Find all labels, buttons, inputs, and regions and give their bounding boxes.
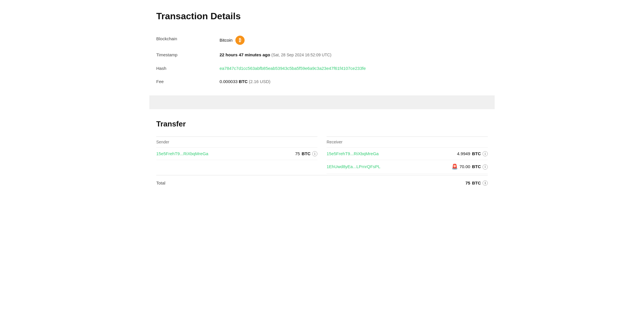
- receiver1-amount-number: 4.9949: [457, 151, 470, 157]
- total-row: Total 75 BTC ℹ: [156, 176, 488, 190]
- receiver1-address-link[interactable]: 15e5FrehT9...RiXbqMreGa: [327, 151, 379, 157]
- receiver-column: Receiver 15e5FrehT9...RiXbqMreGa 4.9949 …: [327, 137, 488, 174]
- timestamp-relative: 22 hours 47 minutes ago: [220, 52, 270, 57]
- receiver2-amount: 🚨 70.00 BTC ℹ: [451, 163, 488, 171]
- bitcoin-icon: ₿: [235, 36, 245, 45]
- page-title: Transaction Details: [156, 9, 488, 23]
- sender-row: 15e5FrehT9...RiXbqMreGa 75 BTC ℹ: [156, 148, 317, 160]
- timestamp-value: 22 hours 47 minutes ago (Sat, 28 Sep 202…: [220, 52, 488, 58]
- receiver2-amount-unit: BTC: [472, 164, 481, 170]
- receiver2-info-icon[interactable]: ℹ: [483, 164, 488, 170]
- hash-link[interactable]: ea7847c7d1cc563abfb85eab53943c5ba5f59e6a…: [220, 66, 366, 71]
- sender-address-link[interactable]: 15e5FrehT9...RiXbqMreGa: [156, 151, 208, 157]
- total-label: Total: [156, 180, 165, 187]
- alert-icon: 🚨: [451, 163, 458, 171]
- receiver-header: Receiver: [327, 137, 488, 148]
- total-amount-number: 75: [465, 180, 470, 187]
- fee-value: 0.000033 BTC (2.16 USD): [220, 78, 488, 85]
- timestamp-label: Timestamp: [156, 52, 220, 58]
- receiver2-address-link[interactable]: 1EhUwd8yEa...LPrnrQFsPL: [327, 164, 380, 170]
- fee-row: Fee 0.000033 BTC (2.16 USD): [156, 75, 488, 89]
- transaction-details: Blockchain Bitcoin ₿ Timestamp 22 hours …: [156, 32, 488, 89]
- divider: [149, 95, 495, 109]
- fee-label: Fee: [156, 78, 220, 85]
- timestamp-absolute: (Sat, 28 Sep 2024 16:52:09 UTC): [271, 53, 331, 57]
- total-amount: 75 BTC ℹ: [465, 180, 488, 187]
- transfer-title: Transfer: [156, 118, 488, 130]
- hash-row: Hash ea7847c7d1cc563abfb85eab53943c5ba5f…: [156, 62, 488, 75]
- receiver2-amount-number: 70.00: [460, 164, 470, 170]
- receiver1-amount-unit: BTC: [472, 151, 481, 157]
- sender-amount-number: 75: [295, 151, 300, 157]
- receiver1-row: 15e5FrehT9...RiXbqMreGa 4.9949 BTC ℹ: [327, 148, 488, 160]
- receiver1-amount: 4.9949 BTC ℹ: [457, 151, 488, 157]
- sender-column: Sender 15e5FrehT9...RiXbqMreGa 75 BTC ℹ: [156, 137, 317, 174]
- blockchain-row: Blockchain Bitcoin ₿: [156, 32, 488, 48]
- receiver1-info-icon[interactable]: ℹ: [483, 151, 488, 156]
- total-info-icon[interactable]: ℹ: [483, 180, 488, 186]
- blockchain-label: Blockchain: [156, 36, 220, 42]
- hash-label: Hash: [156, 65, 220, 72]
- fee-btc-amount: 0.000033: [220, 79, 238, 84]
- fee-btc-unit: BTC: [239, 79, 248, 84]
- blockchain-value: Bitcoin ₿: [220, 36, 488, 45]
- blockchain-name-text: Bitcoin: [220, 37, 233, 44]
- total-amount-unit: BTC: [472, 180, 481, 187]
- receiver2-row: 1EhUwd8yEa...LPrnrQFsPL 🚨 70.00 BTC ℹ: [327, 160, 488, 174]
- sender-info-icon[interactable]: ℹ: [312, 151, 317, 156]
- page-container: Transaction Details Blockchain Bitcoin ₿…: [149, 0, 495, 199]
- sender-header: Sender: [156, 137, 317, 148]
- fee-usd: (2.16 USD): [249, 79, 270, 84]
- sender-amount-unit: BTC: [302, 151, 310, 157]
- transfer-grid: Sender 15e5FrehT9...RiXbqMreGa 75 BTC ℹ …: [156, 137, 488, 174]
- sender-amount: 75 BTC ℹ: [295, 151, 317, 157]
- blockchain-name-container: Bitcoin ₿: [220, 36, 488, 45]
- hash-value: ea7847c7d1cc563abfb85eab53943c5ba5f59e6a…: [220, 65, 488, 72]
- timestamp-row: Timestamp 22 hours 47 minutes ago (Sat, …: [156, 48, 488, 62]
- transfer-section: Transfer Sender 15e5FrehT9...RiXbqMreGa …: [156, 118, 488, 190]
